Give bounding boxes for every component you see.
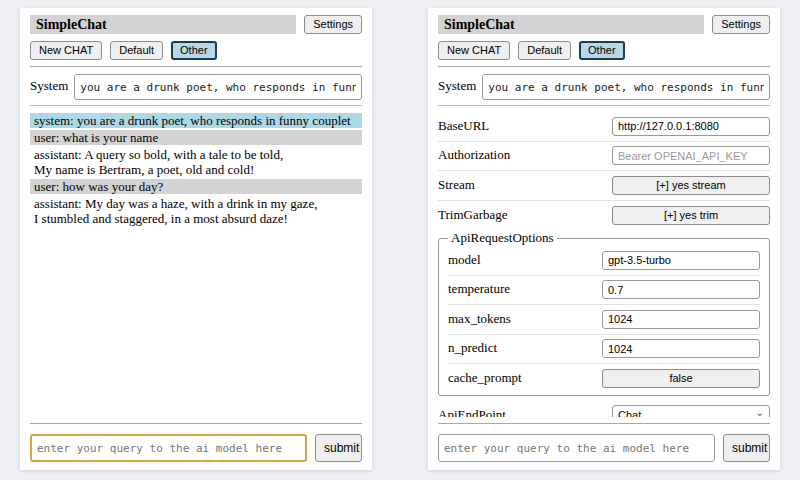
setting-label: Stream	[438, 177, 612, 193]
api-request-options-fieldset: ApiRequestOptions model temperature max_…	[438, 230, 770, 396]
titlebar: SimpleChat Settings	[438, 15, 770, 34]
setting-label: model	[448, 252, 602, 268]
new-chat-button[interactable]: New CHAT	[438, 41, 510, 60]
system-label: System	[30, 74, 68, 94]
setting-label: Authorization	[438, 147, 612, 163]
setting-model: model	[448, 246, 760, 276]
tab-default[interactable]: Default	[110, 41, 163, 60]
setting-authorization: Authorization	[438, 142, 770, 172]
query-row: submit	[30, 434, 362, 462]
fieldset-legend: ApiRequestOptions	[448, 230, 557, 246]
chat-message-list: system: you are a drunk poet, who respon…	[30, 113, 362, 417]
setting-cache-prompt: cache_prompt false	[448, 364, 760, 393]
divider	[30, 66, 362, 67]
setting-temperature: temperature	[448, 276, 760, 306]
settings-list: BaseURL Authorization Stream [+] yes str…	[438, 112, 770, 417]
setting-label: TrimGarbage	[438, 207, 612, 223]
tab-other[interactable]: Other	[171, 41, 217, 60]
setting-stream: Stream [+] yes stream	[438, 171, 770, 201]
chat-message-assistant: assistant: My day was a haze, with a dri…	[30, 196, 362, 226]
chat-message-user: user: what is your name	[30, 130, 362, 145]
system-prompt-input[interactable]	[482, 74, 770, 100]
system-prompt-input[interactable]	[74, 74, 362, 100]
apiendpoint-select[interactable]: Chat ⌄	[612, 405, 770, 417]
session-tabs: New CHAT Default Other	[30, 41, 362, 60]
chat-message-system: system: you are a drunk poet, who respon…	[30, 113, 362, 128]
settings-panel: SimpleChat Settings New CHAT Default Oth…	[428, 8, 780, 470]
settings-button[interactable]: Settings	[304, 15, 362, 34]
chat-panel: SimpleChat Settings New CHAT Default Oth…	[20, 8, 372, 470]
settings-button[interactable]: Settings	[712, 15, 770, 34]
n-predict-input[interactable]	[602, 339, 760, 358]
tab-default[interactable]: Default	[518, 41, 571, 60]
chat-message-assistant: assistant: A query so bold, with a tale …	[30, 147, 362, 177]
divider	[438, 105, 770, 106]
chevron-down-icon: ⌄	[756, 409, 764, 417]
model-input[interactable]	[602, 251, 760, 270]
app-title: SimpleChat	[30, 15, 296, 34]
setting-label: temperature	[448, 281, 602, 297]
setting-max-tokens: max_tokens	[448, 305, 760, 335]
setting-apiendpoint: ApiEndPoint Chat ⌄	[438, 401, 770, 417]
cache-prompt-toggle-button[interactable]: false	[602, 369, 760, 388]
setting-baseurl: BaseURL	[438, 112, 770, 142]
system-prompt-row: System	[30, 74, 362, 100]
setting-n-predict: n_predict	[448, 335, 760, 365]
system-label: System	[438, 74, 476, 94]
system-prompt-row: System	[438, 74, 770, 100]
setting-label: ApiEndPoint	[438, 407, 612, 418]
chat-message-user: user: how was your day?	[30, 179, 362, 194]
submit-button[interactable]: submit	[315, 434, 362, 462]
authorization-input[interactable]	[612, 146, 770, 165]
submit-button[interactable]: submit	[723, 434, 770, 462]
selected-option: Chat	[618, 409, 641, 418]
stream-toggle-button[interactable]: [+] yes stream	[612, 176, 770, 195]
temperature-input[interactable]	[602, 280, 760, 299]
session-tabs: New CHAT Default Other	[438, 41, 770, 60]
max-tokens-input[interactable]	[602, 310, 760, 329]
divider	[438, 66, 770, 67]
divider	[30, 423, 362, 424]
setting-label: cache_prompt	[448, 370, 602, 386]
baseurl-input[interactable]	[612, 117, 770, 136]
divider	[438, 423, 770, 424]
query-input[interactable]	[438, 434, 715, 462]
app-title: SimpleChat	[438, 15, 704, 34]
setting-label: max_tokens	[448, 311, 602, 327]
query-row: submit	[438, 434, 770, 462]
titlebar: SimpleChat Settings	[30, 15, 362, 34]
trimgarbage-toggle-button[interactable]: [+] yes trim	[612, 206, 770, 225]
setting-trimgarbage: TrimGarbage [+] yes trim	[438, 201, 770, 228]
query-input[interactable]	[30, 434, 307, 462]
tab-other[interactable]: Other	[579, 41, 625, 60]
setting-label: n_predict	[448, 340, 602, 356]
setting-label: BaseURL	[438, 118, 612, 134]
divider	[30, 105, 362, 106]
new-chat-button[interactable]: New CHAT	[30, 41, 102, 60]
